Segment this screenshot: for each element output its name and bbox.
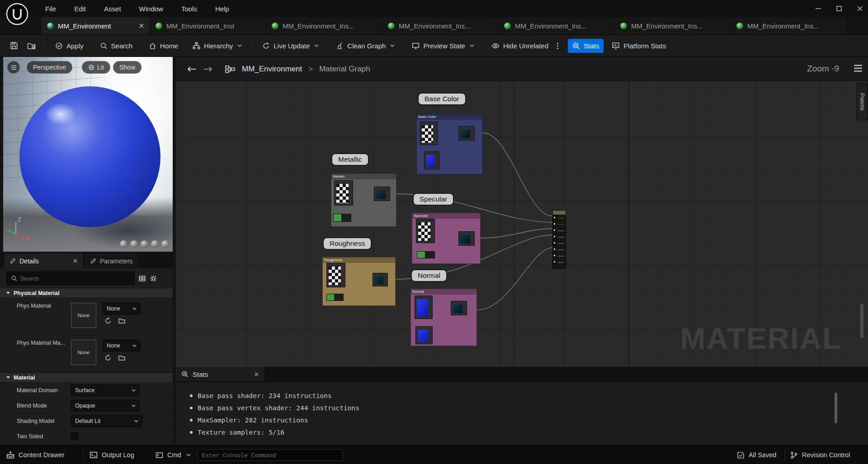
texture-sample-node[interactable] [334, 180, 353, 206]
maximize-button[interactable] [835, 5, 843, 12]
home-button[interactable]: Home [144, 39, 183, 53]
console-command-input[interactable] [202, 452, 339, 459]
preview-shape-plane[interactable] [141, 240, 148, 248]
cmd-dropdown[interactable]: Cmd [156, 445, 191, 464]
details-tab-close-icon[interactable] [73, 258, 78, 263]
blend-mode-select[interactable]: Opaque [71, 400, 140, 412]
browse-asset-icon[interactable] [118, 317, 126, 324]
palette-side-tab[interactable]: Palette [856, 83, 868, 120]
comment-specular[interactable]: Specular [413, 193, 454, 206]
texture-sample-node[interactable] [424, 151, 439, 169]
section-material[interactable]: Material [0, 372, 173, 383]
comment-normal[interactable]: Normal [411, 269, 447, 282]
all-saved-indicator[interactable]: All Saved [737, 445, 776, 464]
menu-tools[interactable]: Tools [181, 5, 197, 13]
node-group-roughness[interactable]: Roughness [322, 257, 396, 306]
tab-parameters[interactable]: Parameters [85, 253, 138, 268]
preview-shape-mesh[interactable] [161, 240, 169, 248]
node-group-specular[interactable]: Specular [412, 213, 481, 264]
close-button[interactable] [856, 5, 863, 12]
two-sided-checkbox[interactable] [71, 432, 79, 440]
breadcrumb-current[interactable]: Material Graph [319, 65, 370, 74]
section-physical-material[interactable]: Physical Material [0, 288, 173, 298]
preview-shape-cube[interactable] [151, 240, 159, 248]
menu-help[interactable]: Help [215, 5, 229, 13]
texture-node[interactable] [373, 273, 388, 286]
perspective-button[interactable]: Perspective [27, 61, 72, 74]
details-search-input[interactable] [20, 275, 130, 282]
viewport-options-icon[interactable] [7, 61, 20, 74]
stats-toggle-button[interactable]: Stats [568, 39, 604, 53]
preview-state-dropdown[interactable]: Preview State [407, 39, 479, 53]
use-selected-asset-icon[interactable] [104, 354, 112, 361]
stats-tab[interactable]: Stats [176, 367, 264, 381]
constant-node[interactable] [326, 294, 344, 301]
menu-file[interactable]: File [45, 5, 56, 13]
menu-asset[interactable]: Asset [104, 5, 121, 13]
show-menu-button[interactable]: Show [113, 61, 142, 74]
texture-sample-node[interactable] [415, 326, 433, 344]
revision-control-button[interactable]: Revision Control [790, 445, 850, 464]
input-pins[interactable] [554, 217, 555, 266]
preview-shape-cylinder[interactable] [120, 240, 127, 248]
clean-graph-dropdown[interactable]: Clean Graph [331, 39, 399, 53]
browse-to-asset-button[interactable] [23, 38, 40, 53]
apply-button[interactable]: Apply [51, 39, 88, 53]
preview-shape-sphere[interactable] [130, 240, 138, 248]
live-update-dropdown[interactable]: Live Update [258, 39, 323, 53]
details-search-box[interactable] [6, 272, 135, 285]
shading-model-select[interactable]: Default Lit [71, 415, 142, 427]
tab-mm-environment-inst-2[interactable]: MM_Environment_Ins... [266, 17, 382, 34]
use-selected-asset-icon[interactable] [104, 317, 112, 324]
tab-mm-environment-inst-5[interactable]: MM_Environment_Ins... [615, 17, 731, 34]
comment-metallic[interactable]: Metallic [331, 153, 369, 166]
content-drawer-button[interactable]: Content Drawer [6, 445, 65, 464]
texture-node[interactable] [374, 187, 390, 201]
hide-unrelated-button[interactable]: Hide Unrelated [487, 39, 553, 53]
texture-node[interactable] [451, 301, 467, 315]
search-button[interactable]: Search [95, 39, 137, 53]
material-domain-select[interactable]: Surface [71, 384, 140, 396]
phys-material-mask-select[interactable]: None [103, 340, 141, 352]
console-command-box[interactable] [198, 449, 343, 461]
material-graph[interactable]: MATERIAL Base Color Base Color Metallic [176, 57, 868, 367]
platform-stats-button[interactable]: Platform Stats [607, 39, 670, 53]
tab-mm-environment-inst-6[interactable]: MM_Environment_Ins... [731, 17, 847, 34]
graph-root-icon[interactable] [225, 65, 236, 74]
phys-material-thumbnail[interactable]: None [71, 303, 96, 328]
tab-mm-environment-inst-1[interactable]: MM_Environment_Inst [150, 17, 266, 34]
preview-viewport[interactable]: Perspective Lit Show Z X [3, 57, 173, 252]
nav-forward-icon[interactable] [203, 66, 213, 73]
settings-gear-icon[interactable] [150, 275, 157, 282]
material-result-node[interactable] [552, 210, 566, 269]
stats-close-icon[interactable] [254, 372, 259, 377]
nav-back-icon[interactable] [187, 66, 197, 73]
tab-mm-environment-inst-3[interactable]: MM_Environment_Ins... [382, 17, 499, 34]
toolbar-overflow-kebab-icon[interactable] [554, 39, 561, 53]
texture-sample-node[interactable] [416, 219, 435, 243]
texture-node[interactable] [458, 126, 475, 141]
phys-material-select[interactable]: None [103, 303, 141, 314]
browse-asset-icon[interactable] [118, 354, 126, 361]
node-group-metallic[interactable]: Metallic [331, 173, 396, 227]
comment-base-color[interactable]: Base Color [418, 93, 466, 105]
details-scrollbar[interactable] [860, 304, 863, 338]
texture-sample-node[interactable] [326, 263, 345, 287]
hierarchy-dropdown[interactable]: Hierarchy [188, 39, 246, 53]
output-log-button[interactable]: Output Log [90, 445, 134, 464]
tab-mm-environment-inst-4[interactable]: MM_Environment_Ins... [499, 17, 615, 34]
constant-node[interactable] [333, 214, 351, 222]
constant-node[interactable] [417, 251, 435, 258]
texture-sample-node[interactable] [415, 295, 433, 319]
minimize-button[interactable] [815, 5, 822, 12]
comment-roughness[interactable]: Roughness [323, 237, 372, 250]
tab-close-icon[interactable] [139, 23, 144, 28]
texture-node[interactable] [458, 231, 475, 246]
menu-edit[interactable]: Edit [74, 5, 86, 13]
display-filter-icon[interactable] [138, 275, 146, 282]
phys-material-mask-thumbnail[interactable]: None [71, 340, 96, 365]
stats-scrollbar[interactable] [835, 393, 837, 423]
breadcrumb-root[interactable]: MM_Environment [242, 65, 302, 74]
save-button[interactable] [5, 38, 23, 53]
node-group-normal[interactable]: Normal [410, 289, 477, 346]
